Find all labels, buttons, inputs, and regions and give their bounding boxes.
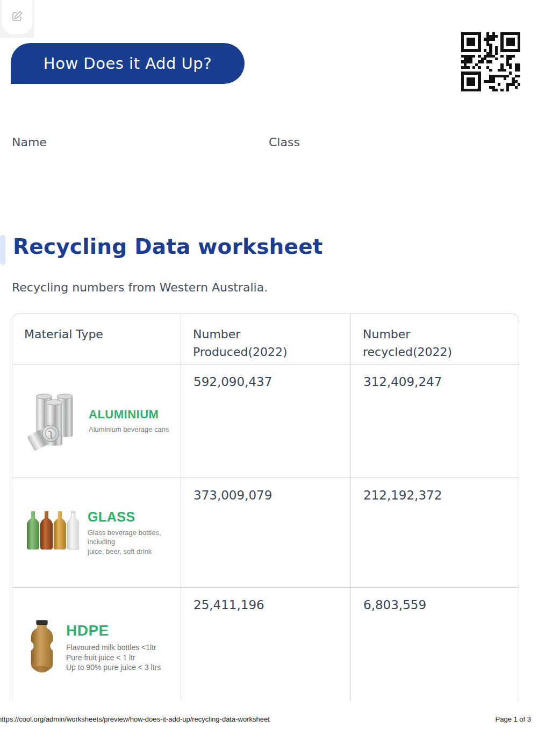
banner-title: How Does it Add Up? <box>44 54 212 73</box>
glass-bottles-icon <box>26 510 79 555</box>
worksheet-preview-page: { "header": { "banner_title": "How Does … <box>0 0 545 756</box>
class-field-label: Class <box>269 135 300 149</box>
material-description: Aluminium beverage cans <box>89 425 169 434</box>
worksheet-banner: How Does it Add Up? <box>11 43 245 84</box>
qr-code <box>461 32 520 91</box>
cell-aluminium-recycled: 312,409,247 <box>351 365 519 478</box>
footer-url: https://cool.org/admin/worksheets/previe… <box>0 715 270 723</box>
material-name: GLASS <box>88 509 181 525</box>
preview-toolbar-corner <box>0 0 34 38</box>
title-accent-bar <box>0 235 5 265</box>
column-header-number-recycled: Number recycled(2022) <box>351 314 519 365</box>
material-name: HDPE <box>66 622 161 639</box>
cell-glass-produced: 373,009,079 <box>181 478 351 588</box>
page-title: Recycling Data worksheet <box>13 234 323 259</box>
table-row-hdpe-material: HDPE Flavoured milk bottles <1ltr Pure f… <box>12 588 181 701</box>
page-subtitle: Recycling numbers from Western Australia… <box>12 281 268 294</box>
name-field-label: Name <box>12 135 47 149</box>
column-header-number-produced: Number Produced(2022) <box>181 314 351 365</box>
material-description: Flavoured milk bottles <1ltr Pure fruit … <box>66 643 161 673</box>
table-row-aluminium-material: ALUMINIUM Aluminium beverage cans <box>12 365 181 478</box>
material-name: ALUMINIUM <box>89 408 169 422</box>
hdpe-bottle-icon <box>26 618 58 676</box>
table-row-glass-material: GLASS Glass beverage bottles, including … <box>12 478 181 588</box>
cell-glass-recycled: 212,192,372 <box>351 478 519 588</box>
recycling-data-table: Material Type Number Produced(2022) Numb… <box>12 313 519 701</box>
footer-page-indicator: Page 1 of 3 <box>496 715 532 723</box>
cell-hdpe-produced: 25,411,196 <box>181 588 351 701</box>
cell-hdpe-recycled: 6,803,559 <box>351 588 519 701</box>
aluminium-cans-icon <box>26 387 80 455</box>
edit-pencil-icon <box>11 10 24 25</box>
column-header-material-type: Material Type <box>12 314 181 365</box>
edit-button[interactable] <box>2 0 32 34</box>
material-description: Glass beverage bottles, including juice,… <box>88 528 181 557</box>
cell-aluminium-produced: 592,090,437 <box>181 365 351 478</box>
